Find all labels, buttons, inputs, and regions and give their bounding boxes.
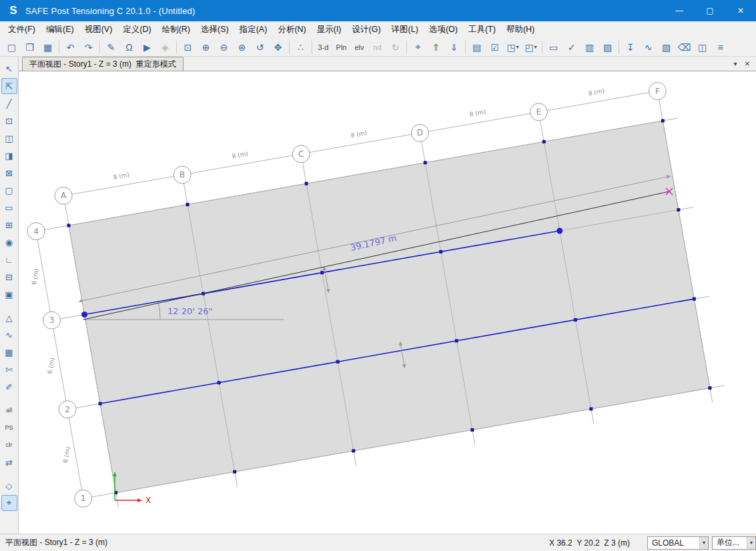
select-pointer-icon[interactable]: ↖ bbox=[1, 61, 17, 77]
tab-close-icon[interactable]: ✕ bbox=[741, 58, 753, 70]
quick-draw-column-icon[interactable]: ◨ bbox=[1, 147, 17, 163]
redo-icon[interactable]: ↷ bbox=[80, 39, 97, 55]
menu-define[interactable]: 定义(D) bbox=[117, 22, 156, 37]
draw-rect-icon[interactable]: ▭ bbox=[545, 39, 562, 55]
menu-detailing[interactable]: 详图(L) bbox=[386, 22, 424, 37]
draw-circle-slab-icon[interactable]: ◉ bbox=[1, 234, 17, 250]
open-model-icon[interactable]: ❒ bbox=[21, 39, 38, 55]
zoom-in-icon[interactable]: ⊕ bbox=[198, 39, 214, 55]
insertion-point-icon[interactable]: ↧ bbox=[622, 39, 639, 55]
draw-rect-slab-icon[interactable]: ▭ bbox=[1, 199, 17, 215]
snap-points-icon[interactable]: ∴ bbox=[292, 39, 309, 55]
maximize-button[interactable]: ▢ bbox=[695, 0, 725, 21]
quick-draw-wall-icon[interactable]: ⊟ bbox=[1, 269, 17, 285]
clear-selection-button[interactable]: clr bbox=[1, 437, 17, 453]
draw-tendon-icon[interactable]: ∿ bbox=[1, 327, 17, 343]
invert-selection-icon[interactable]: ⇄ bbox=[1, 454, 17, 470]
tendon-grid-3-end-dot[interactable] bbox=[556, 227, 562, 233]
point-object[interactable] bbox=[67, 224, 71, 227]
draw-wall-icon[interactable]: ∟ bbox=[1, 251, 17, 267]
previous-selection-button[interactable]: PS bbox=[1, 420, 17, 436]
point-object[interactable] bbox=[186, 203, 190, 206]
draw-slab-icon[interactable]: ▢ bbox=[1, 182, 17, 198]
extend-object-icon[interactable]: ✐ bbox=[1, 379, 17, 395]
minimize-button[interactable]: — bbox=[664, 0, 695, 21]
select-all-button[interactable]: all bbox=[1, 402, 17, 418]
draw-design-strip-icon[interactable]: ▦ bbox=[1, 344, 17, 360]
menu-tools[interactable]: 工具(T) bbox=[463, 22, 501, 37]
point-object[interactable] bbox=[233, 470, 236, 474]
story-down-icon[interactable]: ⇓ bbox=[446, 39, 462, 55]
model-canvas[interactable]: 8 (m)8 (m)8 (m)8 (m)8 (m)6 (m)6 (m)6 (m)… bbox=[19, 71, 756, 534]
tendon-grid-3-start-dot[interactable] bbox=[81, 312, 87, 318]
menu-file[interactable]: 文件(F) bbox=[3, 22, 41, 37]
assign-tendon-icon[interactable]: ∿ bbox=[640, 39, 657, 55]
delete-icon[interactable]: ⌫ bbox=[676, 39, 693, 55]
show-selection-only-icon[interactable]: ☑ bbox=[486, 39, 503, 55]
new-model-icon[interactable]: ▢ bbox=[3, 39, 20, 55]
draw-special-point-icon[interactable]: ⊡ bbox=[1, 113, 17, 129]
point-object[interactable] bbox=[708, 386, 711, 390]
menu-select[interactable]: 选择(S) bbox=[196, 22, 234, 37]
divide-icon[interactable]: ◫ bbox=[694, 39, 711, 55]
rotate-view-icon[interactable]: ↻ bbox=[387, 39, 404, 55]
menu-design[interactable]: 设计(G) bbox=[347, 22, 386, 37]
view-3d-button[interactable]: 3-d bbox=[315, 39, 332, 55]
menu-draw[interactable]: 绘制(R) bbox=[157, 22, 196, 37]
menu-help[interactable]: 帮助(H) bbox=[501, 22, 540, 37]
properties-icon[interactable]: ≡ bbox=[712, 39, 729, 55]
lock-model-icon[interactable]: Ω bbox=[121, 39, 137, 55]
coordinate-system-select[interactable]: GLOBAL ▾ bbox=[647, 536, 709, 550]
menu-options[interactable]: 选项(O) bbox=[424, 22, 463, 37]
point-object[interactable] bbox=[424, 161, 427, 164]
tab-list-dropdown-icon[interactable]: ▾ bbox=[729, 58, 741, 70]
draw-line-icon[interactable]: ╱ bbox=[1, 95, 17, 111]
snap-toggle-icon[interactable]: ⌖ bbox=[1, 495, 17, 511]
show-strips-icon[interactable]: ▨ bbox=[599, 39, 616, 55]
close-button[interactable]: ✕ bbox=[725, 0, 756, 21]
point-object[interactable] bbox=[661, 119, 665, 123]
slab-object[interactable] bbox=[69, 121, 710, 493]
assign-area-icon[interactable]: ▧ bbox=[658, 39, 675, 55]
tab-plan-view[interactable]: 平面视图 - Story1 - Z = 3 (m) 重定形模式 bbox=[22, 57, 183, 71]
draw-opening-icon[interactable]: ▣ bbox=[1, 286, 17, 302]
point-object[interactable] bbox=[542, 140, 546, 143]
pan-icon[interactable]: ✥ bbox=[270, 39, 286, 55]
draw-brace-icon[interactable]: ⊠ bbox=[1, 165, 17, 181]
run-analysis-icon[interactable]: ▶ bbox=[139, 39, 155, 55]
reshape-object-icon[interactable]: ⇱ bbox=[1, 78, 17, 94]
search-views-icon[interactable]: ⌖ bbox=[410, 39, 426, 55]
point-object[interactable] bbox=[305, 182, 308, 185]
point-object[interactable] bbox=[470, 428, 474, 432]
draw-column-icon[interactable]: ◫ bbox=[1, 130, 17, 146]
story-up-icon[interactable]: ⇑ bbox=[428, 39, 444, 55]
edit-pen-icon[interactable]: ✎ bbox=[103, 39, 119, 55]
menu-analyze[interactable]: 分析(N) bbox=[272, 22, 311, 37]
menu-display[interactable]: 显示(I) bbox=[312, 22, 347, 37]
zoom-out-icon[interactable]: ⊖ bbox=[216, 39, 232, 55]
display-options-icon[interactable]: ▤ bbox=[468, 39, 485, 55]
point-object[interactable] bbox=[677, 208, 680, 211]
rubber-band-zoom-icon[interactable]: ⊡ bbox=[179, 39, 196, 55]
menu-view[interactable]: 视图(V) bbox=[79, 22, 118, 37]
menu-assign[interactable]: 指定(A) bbox=[234, 22, 273, 37]
view-plan-button[interactable]: Pln bbox=[333, 39, 350, 55]
view-named-button[interactable]: nd bbox=[369, 39, 386, 55]
draw-mode-dropdown[interactable]: ◰▾ bbox=[522, 39, 539, 55]
point-object[interactable] bbox=[589, 408, 593, 411]
point-object[interactable] bbox=[352, 449, 355, 452]
save-model-icon[interactable]: ▦ bbox=[39, 39, 56, 55]
design-strip-icon[interactable]: ▥ bbox=[581, 39, 598, 55]
undo-icon[interactable]: ↶ bbox=[62, 39, 79, 55]
snap-settings-icon[interactable]: ✓ bbox=[563, 39, 580, 55]
draw-support-icon[interactable]: △ bbox=[1, 310, 17, 326]
zoom-full-icon[interactable]: ⊛ bbox=[234, 39, 250, 55]
plan-view-svg[interactable]: 8 (m)8 (m)8 (m)8 (m)8 (m)6 (m)6 (m)6 (m)… bbox=[19, 71, 755, 534]
show-deformed-icon[interactable]: ◈ bbox=[157, 39, 173, 55]
zoom-previous-icon[interactable]: ↺ bbox=[252, 39, 268, 55]
trim-object-icon[interactable]: ✄ bbox=[1, 362, 17, 378]
interactive-zoom-icon[interactable]: ◇ bbox=[1, 478, 17, 494]
quick-draw-slab-icon[interactable]: ⊞ bbox=[1, 217, 17, 233]
object-view-dropdown[interactable]: ◳▾ bbox=[504, 39, 521, 55]
units-select[interactable]: 单位... ▾ bbox=[712, 536, 756, 550]
